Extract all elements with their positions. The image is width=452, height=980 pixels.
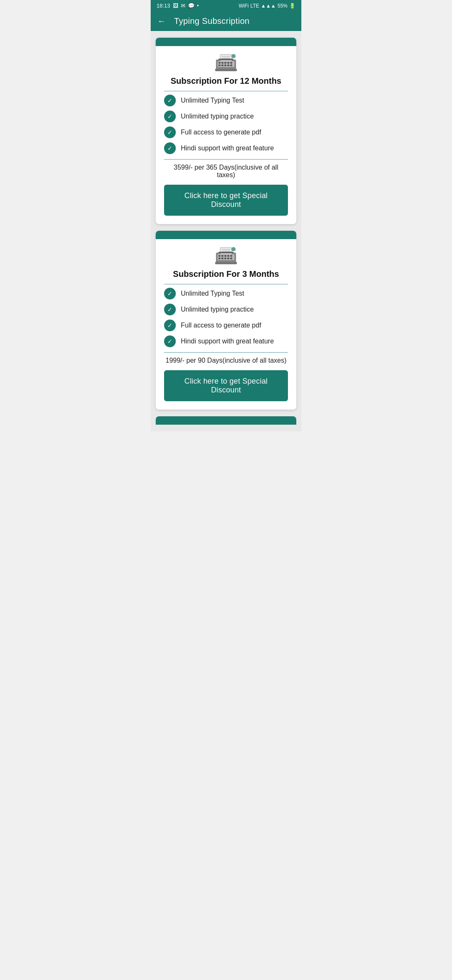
card-icon-2 <box>164 246 288 265</box>
wifi-icon: WiFi <box>239 3 249 9</box>
price-text-1: 3599/- per 365 Days(inclusive of all tax… <box>164 164 288 179</box>
check-icon-1-1: ✓ <box>164 95 176 106</box>
status-right: WiFi LTE ▲▲▲ 55% 🔋 <box>239 3 295 9</box>
feature-item-1-1: ✓ Unlimited Typing Test <box>164 95 288 106</box>
svg-rect-26 <box>221 258 223 259</box>
discount-button-1[interactable]: Click here to get Special Discount <box>164 185 288 216</box>
card-header-bar-1 <box>156 38 296 46</box>
check-icon-1-4: ✓ <box>164 142 176 154</box>
check-icon-1-2: ✓ <box>164 111 176 122</box>
back-button[interactable]: ← <box>157 16 166 26</box>
top-navigation-bar: ← Typing Subscription <box>151 11 301 31</box>
feature-item-1-3: ✓ Full access to generate pdf <box>164 126 288 138</box>
svg-rect-9 <box>224 64 226 66</box>
card-body-1: Subscription For 12 Months ✓ Unlimited T… <box>156 46 296 224</box>
discount-button-2[interactable]: Click here to get Special Discount <box>164 370 288 401</box>
divider-top-2 <box>164 284 288 284</box>
svg-point-35 <box>231 247 236 251</box>
svg-rect-4 <box>224 62 226 64</box>
svg-rect-15 <box>218 59 234 60</box>
status-left: 18:13 🖼 ✉ 💬 • <box>157 3 199 9</box>
card-title-3months: Subscription For 3 Months <box>164 269 288 279</box>
check-icon-2-2: ✓ <box>164 304 176 315</box>
check-icon-2-1: ✓ <box>164 288 176 299</box>
card-body-2: Subscription For 3 Months ✓ Unlimited Ty… <box>156 239 296 410</box>
page-title: Typing Subscription <box>174 16 249 26</box>
svg-rect-33 <box>218 252 234 253</box>
svg-rect-27 <box>224 258 226 259</box>
feature-item-2-3: ✓ Full access to generate pdf <box>164 320 288 331</box>
feature-item-1-2: ✓ Unlimited typing practice <box>164 111 288 122</box>
dot-indicator: • <box>197 3 199 9</box>
divider-top-1 <box>164 91 288 91</box>
message-icon: 💬 <box>188 3 195 9</box>
svg-rect-20 <box>218 255 221 257</box>
check-icon-2-3: ✓ <box>164 320 176 331</box>
photo-icon: 🖼 <box>173 3 178 9</box>
card-header-bar-2 <box>156 231 296 239</box>
feature-list-2: ✓ Unlimited Typing Test ✓ Unlimited typi… <box>164 288 288 347</box>
battery-icon: 🔋 <box>289 3 295 9</box>
subscription-card-3months: Subscription For 3 Months ✓ Unlimited Ty… <box>156 231 296 410</box>
card-title-12months: Subscription For 12 Months <box>164 76 288 86</box>
feature-text-2-1: Unlimited Typing Test <box>181 290 244 297</box>
feature-item-2-2: ✓ Unlimited typing practice <box>164 304 288 315</box>
main-content: Subscription For 12 Months ✓ Unlimited T… <box>151 31 301 431</box>
battery-display: 55% <box>277 3 288 9</box>
feature-text-2-2: Unlimited typing practice <box>181 306 254 313</box>
feature-item-1-4: ✓ Hindi support with great feature <box>164 142 288 154</box>
feature-item-2-1: ✓ Unlimited Typing Test <box>164 288 288 299</box>
svg-rect-24 <box>230 255 232 257</box>
svg-rect-25 <box>218 258 221 259</box>
feature-text-1-3: Full access to generate pdf <box>181 129 261 136</box>
typewriter-icon-2 <box>214 246 238 265</box>
feature-text-1-1: Unlimited Typing Test <box>181 97 244 104</box>
svg-rect-10 <box>227 64 229 66</box>
svg-rect-2 <box>218 62 221 64</box>
svg-rect-8 <box>221 64 223 66</box>
divider-bottom-1 <box>164 159 288 160</box>
price-text-2: 1999/- per 90 Days(inclusive of all taxe… <box>164 357 288 364</box>
mail-icon: ✉ <box>181 3 185 9</box>
svg-rect-5 <box>227 62 229 64</box>
svg-rect-7 <box>218 64 221 66</box>
svg-rect-22 <box>224 255 226 257</box>
svg-rect-11 <box>230 64 232 66</box>
divider-bottom-2 <box>164 352 288 353</box>
card-header-bar-3-peek <box>156 416 296 425</box>
check-icon-2-4: ✓ <box>164 335 176 347</box>
feature-text-1-2: Unlimited typing practice <box>181 113 254 120</box>
card-icon-1 <box>164 53 288 72</box>
feature-item-2-4: ✓ Hindi support with great feature <box>164 335 288 347</box>
signal-icon: ▲▲▲ <box>261 3 276 9</box>
feature-text-1-4: Hindi support with great feature <box>181 144 274 152</box>
lte-icon: LTE <box>250 3 259 9</box>
svg-rect-34 <box>215 262 237 264</box>
check-icon-1-3: ✓ <box>164 126 176 138</box>
svg-point-17 <box>231 54 236 58</box>
status-bar: 18:13 🖼 ✉ 💬 • WiFi LTE ▲▲▲ 55% 🔋 <box>151 0 301 11</box>
svg-rect-29 <box>230 258 232 259</box>
svg-rect-23 <box>227 255 229 257</box>
svg-rect-28 <box>227 258 229 259</box>
svg-rect-3 <box>221 62 223 64</box>
feature-text-2-4: Hindi support with great feature <box>181 338 274 345</box>
feature-list-1: ✓ Unlimited Typing Test ✓ Unlimited typi… <box>164 95 288 154</box>
typewriter-icon-1 <box>214 53 238 72</box>
subscription-card-12months: Subscription For 12 Months ✓ Unlimited T… <box>156 38 296 224</box>
svg-rect-6 <box>230 62 232 64</box>
time-display: 18:13 <box>157 3 170 9</box>
svg-rect-16 <box>215 69 237 71</box>
feature-text-2-3: Full access to generate pdf <box>181 322 261 329</box>
svg-rect-21 <box>221 255 223 257</box>
